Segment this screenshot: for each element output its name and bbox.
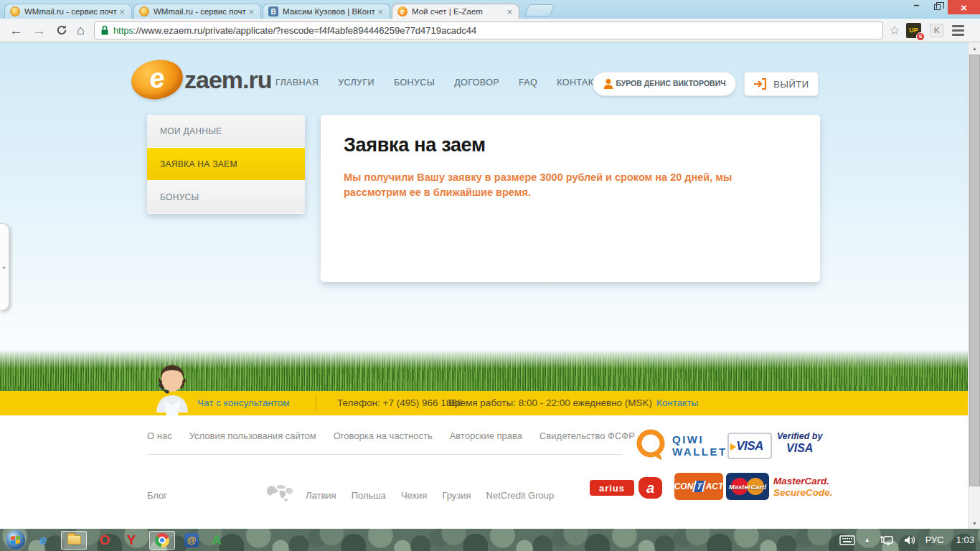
forward-button[interactable]: → (32, 24, 46, 37)
windows-flag-icon (11, 535, 20, 544)
volume-icon[interactable] (903, 534, 916, 546)
logout-door-icon (753, 77, 767, 90)
network-icon[interactable] (880, 534, 894, 546)
wmmail-favicon-icon (139, 6, 149, 17)
sidebar-item-my-data[interactable]: МОИ ДАННЫЕ (147, 115, 305, 148)
nav-dogovor[interactable]: ДОГОВОР (454, 77, 499, 88)
browser-tab-bar: WMmail.ru - сервис почт × WMmail.ru - се… (0, 0, 980, 19)
scrollbar-thumb[interactable] (969, 55, 980, 486)
chat-consultant-link[interactable]: Чат с консультантом (197, 397, 290, 408)
account-sidebar: МОИ ДАННЫЕ ЗАЯВКА НА ЗАЕМ БОНУСЫ (147, 115, 305, 214)
browser-menu-icon[interactable] (952, 25, 964, 36)
vertical-scrollbar[interactable]: ▲ ▼ (968, 42, 980, 529)
url-rest: ://www.ezaem.ru/private/applicate/?resco… (133, 25, 476, 36)
contacts-link[interactable]: Контакты (656, 397, 698, 408)
footer-link-privacy[interactable]: Оговорка на частность (334, 430, 433, 441)
yandex-browser-icon[interactable]: Y (123, 533, 140, 547)
user-person-icon (602, 77, 615, 90)
sidebar-item-loan-application[interactable]: ЗАЯВКА НА ЗАЕМ (147, 148, 305, 181)
bookmark-star-icon[interactable]: ☆ (889, 23, 900, 38)
tab-title: WMmail.ru - сервис почт (154, 7, 247, 16)
file-explorer-button[interactable] (61, 531, 87, 550)
consultant-avatar (143, 362, 201, 417)
arius-logo: arius a (590, 477, 662, 499)
footer-link-blog[interactable]: Блог (147, 490, 167, 501)
arius-a-icon: a (639, 477, 662, 499)
back-button[interactable]: ← (9, 24, 23, 37)
footer-divider (147, 454, 622, 455)
user-account-button[interactable]: БУРОВ ДЕНИС ВИКТОРОВИЧ (593, 72, 736, 96)
contact-bar: Чат с консультантом Телефон: +7 (495) 96… (0, 391, 968, 415)
opera-icon[interactable]: O (96, 533, 113, 547)
internet-explorer-icon[interactable]: e (34, 533, 52, 547)
nav-bonusy[interactable]: БОНУСЫ (394, 77, 435, 88)
extension-up-badge: 6 (916, 32, 925, 41)
tab-title: Максим Кузовов | ВКонт (283, 7, 376, 16)
qiwi-wallet-logo: QIWI WALLET (636, 428, 727, 463)
tab-strip: WMmail.ru - сервис почт × WMmail.ru - се… (4, 0, 552, 19)
mailru-icon[interactable]: @ (184, 533, 199, 547)
country-link-czech[interactable]: Чехия (401, 490, 427, 501)
site-footer: О нас Условия пользования сайтом Оговорк… (0, 415, 968, 529)
main-nav: ГЛАВНАЯ УСЛУГИ БОНУСЫ ДОГОВОР FAQ КОНТАК… (275, 77, 608, 88)
tab-title: WMmail.ru - сервис почт (24, 7, 118, 16)
scroll-up-arrow[interactable]: ▲ (969, 42, 980, 54)
footer-link-terms[interactable]: Условия пользования сайтом (189, 430, 316, 441)
aimp-icon[interactable]: A (208, 533, 225, 547)
user-name: БУРОВ ДЕНИС ВИКТОРОВИЧ (615, 79, 727, 88)
footer-link-fsfr[interactable]: Свидетельство ФСФР (540, 430, 635, 441)
logout-button[interactable]: ВЫЙТИ (744, 72, 819, 96)
page-title: Заявка на заем (344, 134, 797, 156)
tab-close-icon[interactable]: × (505, 7, 514, 17)
start-button[interactable] (6, 530, 25, 550)
new-tab-button[interactable] (524, 4, 555, 17)
home-button[interactable]: ⌂ (77, 24, 85, 37)
language-indicator[interactable]: РУС (925, 534, 944, 545)
side-panel-handle[interactable]: ▸ (0, 223, 9, 311)
extension-k-icon[interactable]: K (930, 24, 943, 37)
wmmail-favicon-icon (10, 6, 20, 17)
extension-up-label: UP (909, 27, 918, 34)
verified-by-visa-logo: Verified by VISA (777, 431, 822, 455)
keyboard-icon[interactable] (839, 535, 855, 545)
tab-wmmail-2[interactable]: WMmail.ru - сервис почт × (133, 4, 261, 19)
nav-uslugi[interactable]: УСЛУГИ (338, 77, 374, 88)
country-link-latvia[interactable]: Латвия (306, 490, 336, 501)
tray-expand-icon[interactable]: ▲ (864, 537, 870, 543)
nav-faq[interactable]: FAQ (519, 77, 537, 88)
content-card: Заявка на заем Мы получили Вашу заявку в… (321, 115, 820, 282)
tab-ezaem-active[interactable]: e Мой счет | E-Zaem × (392, 4, 519, 19)
reload-button[interactable] (56, 24, 67, 36)
restore-button[interactable] (927, 0, 948, 14)
windows-taskbar: e O Y @ A ▲ (0, 529, 980, 551)
contact-payment-logo: CONTACT (674, 473, 723, 500)
tab-vkontakte[interactable]: В Максим Кузовов | ВКонт × (263, 4, 390, 19)
tab-wmmail-1[interactable]: WMmail.ru - сервис почт × (4, 4, 132, 19)
minimize-button[interactable]: – (906, 0, 927, 14)
sidebar-item-bonuses[interactable]: БОНУСЫ (147, 181, 305, 214)
taskbar-clock[interactable]: 1:03 (956, 534, 974, 545)
address-bar[interactable]: https://www.ezaem.ru/private/applicate/?… (94, 22, 883, 39)
country-link-netcredit[interactable]: NetCredit Group (486, 490, 555, 501)
tab-close-icon[interactable]: × (118, 7, 126, 17)
extension-up-icon[interactable]: UP 6 (906, 23, 921, 38)
verified-by-text: Verified by (777, 431, 822, 441)
footer-link-about[interactable]: О нас (147, 430, 172, 441)
country-link-poland[interactable]: Польша (352, 490, 386, 501)
visa-wedge-icon (730, 443, 736, 451)
scroll-down-arrow[interactable]: ▼ (969, 517, 980, 529)
chrome-button[interactable] (149, 531, 175, 550)
footer-link-copyright[interactable]: Авторские права (450, 430, 522, 441)
ezaem-logo[interactable]: e zaem.ru (131, 60, 272, 99)
country-links: Латвия Польша Чехия Грузия NetCredit Gro… (306, 490, 554, 501)
nav-glavnaya[interactable]: ГЛАВНАЯ (275, 77, 319, 88)
https-lock-icon (100, 24, 109, 36)
chrome-icon (155, 533, 169, 547)
tab-close-icon[interactable]: × (247, 7, 255, 17)
ezaem-logo-text: zaem.ru (184, 66, 272, 94)
page-viewport: e zaem.ru ГЛАВНАЯ УСЛУГИ БОНУСЫ ДОГОВОР … (0, 42, 980, 529)
tab-close-icon[interactable]: × (376, 7, 385, 17)
qiwi-q-icon (636, 428, 667, 463)
country-link-georgia[interactable]: Грузия (442, 490, 471, 501)
close-button[interactable]: × (948, 0, 980, 14)
